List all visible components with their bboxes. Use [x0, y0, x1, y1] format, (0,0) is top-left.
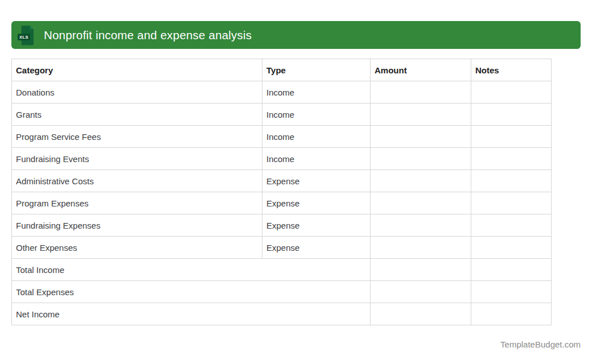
- cell-notes: [471, 170, 552, 192]
- cell-notes: [471, 237, 552, 259]
- table-row: Grants Income: [12, 104, 552, 126]
- cell-notes: [471, 259, 552, 281]
- cell-category: Grants: [12, 104, 262, 126]
- template-header-bar: XLS Nonprofit income and expense analysi…: [11, 21, 581, 49]
- column-header-type: Type: [262, 59, 371, 81]
- summary-row-total-expenses: Total Expenses: [12, 281, 552, 303]
- cell-type: Expense: [262, 192, 371, 214]
- cell-amount: [371, 259, 471, 281]
- cell-notes: [471, 81, 552, 104]
- column-header-notes: Notes: [471, 59, 552, 81]
- cell-summary-label: Total Expenses: [12, 281, 371, 303]
- cell-type: Income: [262, 104, 371, 126]
- cell-category: Program Service Fees: [12, 126, 262, 148]
- income-expense-table: Category Type Amount Notes Donations Inc…: [11, 59, 552, 325]
- xls-icon-label: XLS: [19, 35, 28, 40]
- cell-amount: [371, 237, 471, 259]
- watermark-text: TemplateBudget.com: [500, 340, 581, 349]
- xls-file-icon: XLS: [18, 25, 35, 46]
- cell-amount: [371, 170, 471, 192]
- cell-summary-label: Net Income: [12, 303, 371, 325]
- table-row: Fundraising Expenses Expense: [12, 214, 552, 237]
- table-row: Donations Income: [12, 81, 552, 104]
- cell-amount: [371, 281, 471, 303]
- cell-amount: [371, 192, 471, 214]
- cell-amount: [371, 214, 471, 237]
- cell-notes: [471, 214, 552, 237]
- cell-notes: [471, 148, 552, 170]
- template-preview-page: XLS Nonprofit income and expense analysi…: [0, 0, 592, 364]
- cell-category: Other Expenses: [12, 237, 262, 259]
- cell-amount: [371, 126, 471, 148]
- cell-amount: [371, 104, 471, 126]
- cell-category: Donations: [12, 81, 262, 104]
- cell-category: Administrative Costs: [12, 170, 262, 192]
- cell-category: Fundraising Events: [12, 148, 262, 170]
- cell-notes: [471, 192, 552, 214]
- table-row: Other Expenses Expense: [12, 237, 552, 259]
- summary-row-net-income: Net Income: [12, 303, 552, 325]
- cell-type: Expense: [262, 237, 371, 259]
- cell-amount: [371, 303, 471, 325]
- column-header-amount: Amount: [371, 59, 471, 81]
- cell-category: Program Expenses: [12, 192, 262, 214]
- cell-type: Expense: [262, 170, 371, 192]
- cell-amount: [371, 81, 471, 104]
- cell-type: Income: [262, 81, 371, 104]
- cell-notes: [471, 104, 552, 126]
- cell-notes: [471, 281, 552, 303]
- cell-summary-label: Total Income: [12, 259, 371, 281]
- column-header-category: Category: [12, 59, 262, 81]
- page-title: Nonprofit income and expense analysis: [44, 28, 252, 42]
- table-row: Program Service Fees Income: [12, 126, 552, 148]
- table-header-row: Category Type Amount Notes: [12, 59, 552, 81]
- table-row: Administrative Costs Expense: [12, 170, 552, 192]
- table-row: Fundraising Events Income: [12, 148, 552, 170]
- cell-notes: [471, 126, 552, 148]
- cell-category: Fundraising Expenses: [12, 214, 262, 237]
- cell-amount: [371, 148, 471, 170]
- summary-row-total-income: Total Income: [12, 259, 552, 281]
- cell-notes: [471, 303, 552, 325]
- table-row: Program Expenses Expense: [12, 192, 552, 214]
- cell-type: Income: [262, 148, 371, 170]
- cell-type: Expense: [262, 214, 371, 237]
- cell-type: Income: [262, 126, 371, 148]
